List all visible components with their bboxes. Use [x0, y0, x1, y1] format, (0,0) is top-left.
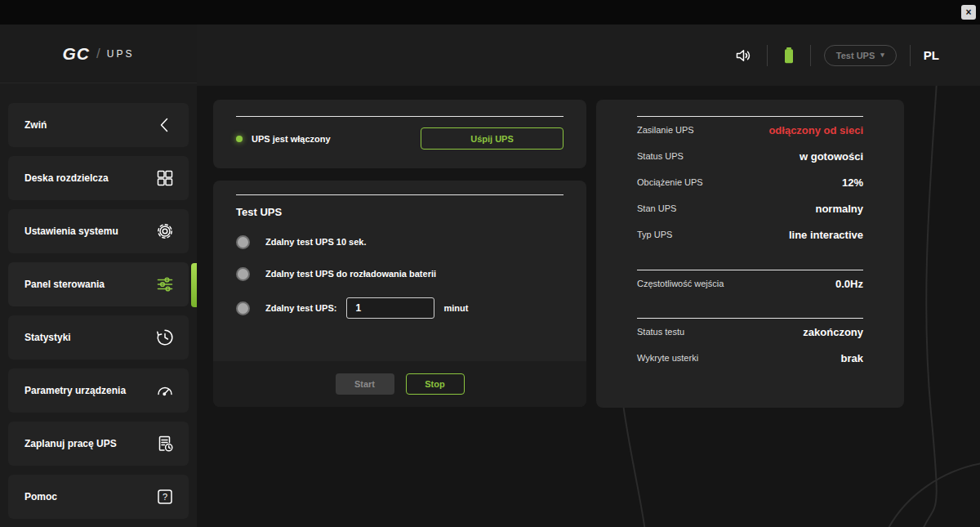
- dashboard-grid-icon: [154, 167, 176, 189]
- language-selector[interactable]: PL: [924, 48, 939, 62]
- sidebar-item-label: Pomoc: [24, 491, 57, 502]
- sidebar-item-label: Panel sterowania: [24, 279, 105, 290]
- info-label: Status UPS: [637, 151, 684, 161]
- power-status-label: UPS jest włączony: [252, 134, 331, 144]
- stop-test-button[interactable]: Stop: [406, 373, 465, 395]
- test-minutes-input[interactable]: [346, 297, 434, 319]
- sidebar-item-label: Zwiń: [24, 119, 47, 131]
- radio-test-custom-minutes[interactable]: [236, 301, 250, 315]
- test-option-row: Zdalny test UPS do rozładowania baterii: [236, 266, 564, 282]
- sidebar-item-system-settings[interactable]: Ustawienia systemu: [8, 209, 189, 253]
- sidebar-item-label: Statystyki: [24, 332, 71, 343]
- header-divider: [767, 45, 768, 66]
- radio-test-until-discharge[interactable]: [236, 267, 250, 281]
- info-row-input-frequency: Częstotliwość wejścia 0.0Hz: [637, 270, 863, 297]
- chevron-down-icon: ▾: [880, 51, 884, 59]
- info-value: line interactive: [789, 229, 863, 241]
- speaker-icon[interactable]: [734, 46, 754, 65]
- app-logo: GC / UPS: [0, 25, 197, 83]
- test-card-title: Test UPS: [236, 206, 564, 218]
- info-row-ups-status: Status UPS w gotowości: [637, 143, 863, 169]
- info-row-power-supply: Zasilanie UPS odłączony od sieci: [637, 117, 863, 143]
- header: Test UPS ▾ PL: [197, 25, 980, 86]
- battery-icon: [781, 45, 797, 66]
- test-actions-bar: Start Stop: [213, 361, 586, 407]
- power-status-card: UPS jest włączony Uśpij UPS: [213, 100, 586, 168]
- sidebar-nav: Zwiń Deska rozdzielcza Ustawienia: [0, 83, 197, 519]
- test-option-label: Zdalny test UPS do rozładowania baterii: [265, 269, 436, 279]
- test-options: Zdalny test UPS 10 sek. Zdalny test UPS …: [236, 234, 564, 319]
- info-value: 0.0Hz: [835, 278, 863, 290]
- divider: [236, 116, 564, 117]
- radio-test-10s[interactable]: [236, 235, 250, 249]
- schedule-document-icon: [154, 433, 176, 454]
- history-clock-icon: [154, 327, 176, 348]
- device-selector-dropdown[interactable]: Test UPS ▾: [824, 45, 897, 66]
- sleep-ups-button[interactable]: Uśpij UPS: [421, 127, 564, 150]
- sidebar-item-schedule-ups[interactable]: Zaplanuj pracę UPS: [8, 422, 189, 466]
- ups-test-card: Test UPS Zdalny test UPS 10 sek. Zdalny …: [213, 181, 586, 407]
- sidebar-item-help[interactable]: Pomoc ?: [8, 475, 189, 519]
- sliders-icon: [154, 274, 176, 295]
- sidebar: GC / UPS Zwiń Deska rozdzielcza: [0, 25, 197, 527]
- header-divider: [810, 45, 811, 66]
- gauge-icon: [154, 380, 176, 401]
- sidebar-item-label: Zaplanuj pracę UPS: [24, 438, 117, 449]
- sidebar-item-device-parameters[interactable]: Parametry urządzenia: [8, 368, 189, 413]
- sidebar-item-statistics[interactable]: Statystyki: [8, 315, 189, 360]
- app-window: × GC / UPS Zwiń Deska rozdzielcza: [0, 0, 980, 527]
- sidebar-item-collapse[interactable]: Zwiń: [8, 103, 189, 147]
- sidebar-item-control-panel[interactable]: Panel sterowania: [8, 262, 189, 306]
- test-option-label: Zdalny test UPS 10 sek.: [265, 237, 367, 247]
- svg-text:?: ?: [163, 492, 167, 502]
- info-label: Stan UPS: [637, 203, 676, 213]
- info-label: Wykryte usterki: [637, 353, 698, 363]
- minutes-unit-label: minut: [443, 303, 468, 313]
- info-label: Częstotliwość wejścia: [637, 279, 724, 288]
- info-label: Typ UPS: [637, 230, 672, 239]
- power-on-indicator-icon: [236, 136, 243, 142]
- test-option-row: Zdalny test UPS 10 sek.: [236, 234, 564, 250]
- active-item-indicator: [191, 263, 197, 307]
- test-option-row: Zdalny test UPS: minut: [236, 297, 564, 319]
- sidebar-item-label: Parametry urządzenia: [24, 385, 126, 396]
- info-value: 12%: [842, 176, 863, 189]
- close-icon[interactable]: ×: [961, 5, 976, 20]
- start-test-button[interactable]: Start: [336, 373, 394, 395]
- header-divider: [910, 45, 911, 66]
- info-label: Status testu: [637, 327, 684, 337]
- info-value: brak: [841, 352, 863, 364]
- divider: [236, 194, 564, 195]
- sidebar-item-dashboard[interactable]: Deska rozdzielcza: [8, 156, 189, 200]
- device-selector-label: Test UPS: [836, 51, 875, 60]
- header-controls: Test UPS ▾ PL: [734, 25, 939, 86]
- ups-test-body: Test UPS Zdalny test UPS 10 sek. Zdalny …: [213, 194, 586, 319]
- info-row-ups-type: Typ UPS line interactive: [637, 221, 863, 248]
- logo-separator: /: [96, 46, 100, 62]
- chevron-left-icon: [154, 114, 176, 136]
- sidebar-item-label: Ustawienia systemu: [24, 226, 118, 237]
- sidebar-item-label: Deska rozdzielcza: [24, 172, 109, 184]
- info-label: Obciążenie UPS: [637, 177, 703, 187]
- info-value: zakończony: [803, 326, 863, 338]
- info-label: Zasilanie UPS: [637, 125, 694, 135]
- info-row-detected-faults: Wykryte usterki brak: [637, 345, 863, 371]
- ups-info-card: Zasilanie UPS odłączony od sieci Status …: [596, 100, 904, 408]
- logo-gc-text: GC: [63, 44, 91, 64]
- info-value: w gotowości: [800, 150, 863, 163]
- help-icon: ?: [154, 486, 176, 507]
- logo-ups-text: UPS: [107, 48, 135, 60]
- info-value: normalny: [815, 203, 863, 215]
- test-option-label: Zdalny test UPS:: [265, 303, 336, 313]
- power-status-row: UPS jest włączony Uśpij UPS: [236, 127, 564, 150]
- gear-icon: [154, 221, 176, 242]
- main-content: UPS jest włączony Uśpij UPS Test UPS Zda…: [197, 86, 980, 527]
- info-row-ups-load: Obciążenie UPS 12%: [637, 169, 863, 195]
- window-titlebar: ×: [0, 0, 980, 25]
- info-row-test-status: Status testu zakończony: [637, 319, 863, 345]
- info-row-ups-state: Stan UPS normalny: [637, 195, 863, 221]
- info-value: odłączony od sieci: [768, 124, 863, 136]
